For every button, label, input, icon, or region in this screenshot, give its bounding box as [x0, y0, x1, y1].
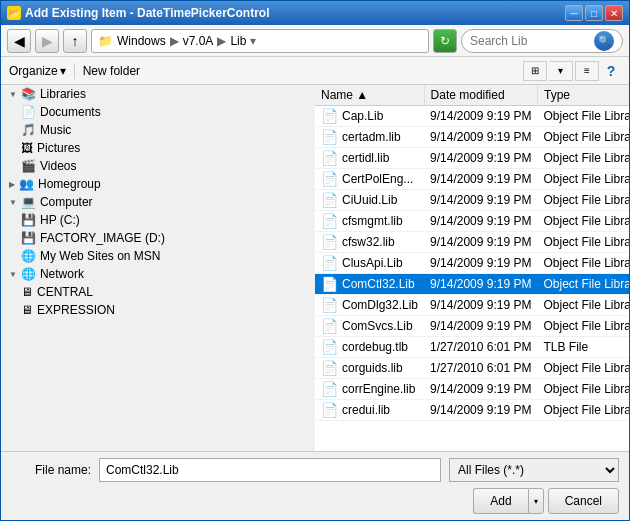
col-type[interactable]: Type — [537, 85, 629, 106]
sidebar-label-mywebsites: My Web Sites on MSN — [40, 249, 160, 263]
view-details-button[interactable]: ≡ — [575, 61, 599, 81]
sidebar-item-pictures[interactable]: 🖼 Pictures — [1, 139, 315, 157]
file-type-cell: Object File Library — [537, 148, 629, 169]
title-bar-left: 📂 Add Existing Item - DateTimePickerCont… — [7, 6, 270, 20]
file-date-cell: 9/14/2009 9:19 PM — [424, 148, 537, 169]
music-icon: 🎵 — [21, 123, 36, 137]
organize-button[interactable]: Organize ▾ — [9, 64, 66, 78]
file-name-cell: 📄CertPolEng... — [315, 169, 424, 190]
filetype-select[interactable]: All Files (*.*) — [449, 458, 619, 482]
file-icon: 📄 — [321, 339, 338, 355]
view-list-button[interactable]: ▾ — [549, 61, 573, 81]
add-button[interactable]: Add — [473, 488, 527, 514]
bottom-bar: File name: All Files (*.*) Add ▾ Cancel — [1, 451, 629, 520]
sidebar-item-factory[interactable]: 💾 FACTORY_IMAGE (D:) — [1, 229, 315, 247]
minimize-button[interactable]: ─ — [565, 5, 583, 21]
computer-icon: 💻 — [21, 195, 36, 209]
sidebar-item-videos[interactable]: 🎬 Videos — [1, 157, 315, 175]
file-name-cell: 📄credui.lib — [315, 400, 424, 421]
new-folder-button[interactable]: New folder — [83, 64, 140, 78]
file-date-cell: 9/14/2009 9:19 PM — [424, 253, 537, 274]
organize-arrow: ▾ — [60, 64, 66, 78]
organize-label: Organize — [9, 64, 58, 78]
cancel-button[interactable]: Cancel — [548, 488, 619, 514]
file-type-cell: Object File Library — [537, 400, 629, 421]
view-grid-button[interactable]: ⊞ — [523, 61, 547, 81]
sidebar-label-music: Music — [40, 123, 71, 137]
file-icon: 📄 — [321, 129, 338, 145]
nav-path-v70a[interactable]: v7.0A — [183, 34, 214, 48]
sort-arrow: ▲ — [356, 88, 368, 102]
file-name-cell: 📄Cap.Lib — [315, 106, 424, 127]
sidebar-item-libraries[interactable]: ▼ 📚 Libraries — [1, 85, 315, 103]
sidebar-item-mywebsites[interactable]: 🌐 My Web Sites on MSN — [1, 247, 315, 265]
table-row[interactable]: 📄ComCtl32.Lib9/14/2009 9:19 PMObject Fil… — [315, 274, 629, 295]
table-row[interactable]: 📄corguids.lib1/27/2010 6:01 PMObject Fil… — [315, 358, 629, 379]
file-name-cell: 📄certidl.lib — [315, 148, 424, 169]
sidebar-label-videos: Videos — [40, 159, 76, 173]
file-name: credui.lib — [342, 403, 390, 417]
maximize-button[interactable]: □ — [585, 5, 603, 21]
close-button[interactable]: ✕ — [605, 5, 623, 21]
homegroup-icon: 👥 — [19, 177, 34, 191]
back-button[interactable]: ◀ — [7, 29, 31, 53]
add-dropdown-button[interactable]: ▾ — [528, 488, 544, 514]
table-row[interactable]: 📄Cap.Lib9/14/2009 9:19 PMObject File Lib… — [315, 106, 629, 127]
network-icon: 🌐 — [21, 267, 36, 281]
table-row[interactable]: 📄ComDlg32.Lib9/14/2009 9:19 PMObject Fil… — [315, 295, 629, 316]
table-row[interactable]: 📄CiUuid.Lib9/14/2009 9:19 PMObject File … — [315, 190, 629, 211]
sidebar-item-documents[interactable]: 📄 Documents — [1, 103, 315, 121]
nav-path-lib[interactable]: Lib — [230, 34, 246, 48]
file-icon: 📄 — [321, 192, 338, 208]
sidebar-item-music[interactable]: 🎵 Music — [1, 121, 315, 139]
refresh-button[interactable]: ↻ — [433, 29, 457, 53]
help-button[interactable]: ? — [601, 61, 621, 81]
file-type-cell: Object File Library — [537, 253, 629, 274]
file-type-cell: Object File Library — [537, 358, 629, 379]
col-type-label: Type — [544, 88, 570, 102]
file-icon: 📄 — [321, 360, 338, 376]
table-row[interactable]: 📄credui.lib9/14/2009 9:19 PMObject File … — [315, 400, 629, 421]
file-name: cfsmgmt.lib — [342, 214, 403, 228]
col-name[interactable]: Name ▲ — [315, 85, 424, 106]
up-button[interactable]: ↑ — [63, 29, 87, 53]
expand-arrow-homegroup: ▶ — [9, 180, 15, 189]
table-row[interactable]: 📄CertPolEng...9/14/2009 9:19 PMObject Fi… — [315, 169, 629, 190]
sidebar-item-central[interactable]: 🖥 CENTRAL — [1, 283, 315, 301]
file-date-cell: 9/14/2009 9:19 PM — [424, 232, 537, 253]
sidebar-label-computer: Computer — [40, 195, 93, 209]
sidebar-label-pictures: Pictures — [37, 141, 80, 155]
file-name-cell: 📄ComDlg32.Lib — [315, 295, 424, 316]
forward-button[interactable]: ▶ — [35, 29, 59, 53]
sidebar-item-expression[interactable]: 🖥 EXPRESSION — [1, 301, 315, 319]
sidebar-item-hpc[interactable]: 💾 HP (C:) — [1, 211, 315, 229]
toolbar-separator — [74, 63, 75, 79]
col-date[interactable]: Date modified — [424, 85, 537, 106]
file-date-cell: 9/14/2009 9:19 PM — [424, 127, 537, 148]
table-row[interactable]: 📄ComSvcs.Lib9/14/2009 9:19 PMObject File… — [315, 316, 629, 337]
file-name: ClusApi.Lib — [342, 256, 403, 270]
filename-label: File name: — [11, 463, 91, 477]
sidebar-item-network[interactable]: ▼ 🌐 Network — [1, 265, 315, 283]
search-button[interactable]: 🔍 — [594, 31, 614, 51]
file-type-cell: Object File Library — [537, 190, 629, 211]
search-input[interactable] — [470, 34, 590, 48]
table-row[interactable]: 📄ClusApi.Lib9/14/2009 9:19 PMObject File… — [315, 253, 629, 274]
table-row[interactable]: 📄cfsmgmt.lib9/14/2009 9:19 PMObject File… — [315, 211, 629, 232]
table-row[interactable]: 📄certadm.lib9/14/2009 9:19 PMObject File… — [315, 127, 629, 148]
table-row[interactable]: 📄corrEngine.lib9/14/2009 9:19 PMObject F… — [315, 379, 629, 400]
filename-input[interactable] — [99, 458, 441, 482]
sidebar-item-computer[interactable]: ▼ 💻 Computer — [1, 193, 315, 211]
table-row[interactable]: 📄certidl.lib9/14/2009 9:19 PMObject File… — [315, 148, 629, 169]
table-row[interactable]: 📄cordebug.tlb1/27/2010 6:01 PMTLB File62… — [315, 337, 629, 358]
table-row[interactable]: 📄cfsw32.lib9/14/2009 9:19 PMObject File … — [315, 232, 629, 253]
title-bar: 📂 Add Existing Item - DateTimePickerCont… — [1, 1, 629, 25]
sidebar-item-homegroup[interactable]: ▶ 👥 Homegroup — [1, 175, 315, 193]
expand-arrow-network: ▼ — [9, 270, 17, 279]
file-name-cell: 📄ComCtl32.Lib — [315, 274, 424, 295]
central-icon: 🖥 — [21, 285, 33, 299]
col-name-label: Name — [321, 88, 353, 102]
file-icon: 📄 — [321, 213, 338, 229]
nav-path-windows[interactable]: Windows — [117, 34, 166, 48]
file-date-cell: 1/27/2010 6:01 PM — [424, 337, 537, 358]
